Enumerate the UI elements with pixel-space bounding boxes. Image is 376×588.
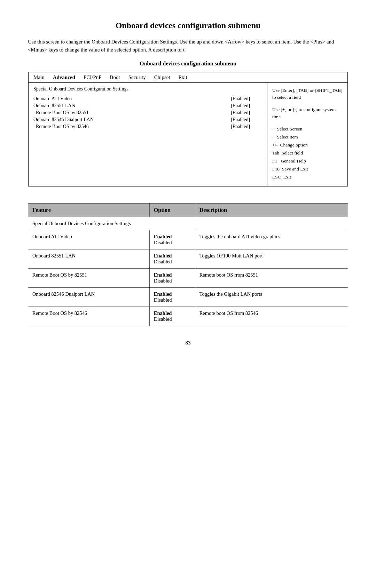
option-ati-video: Enabled Disabled — [149, 230, 195, 249]
page-title: Onboard devices configuration submenu — [28, 21, 348, 30]
table-section-header: Special Onboard Devices Configuration Se… — [28, 217, 348, 230]
feature-table: Feature Option Description Special Onboa… — [28, 203, 348, 326]
feature-82551-lan: Onboard 82551 LAN — [28, 249, 150, 268]
bios-key-esc: ESC Exit — [272, 174, 343, 181]
bios-key-select-screen: ·· Select Screen — [272, 126, 343, 133]
menu-item-main[interactable]: Main — [33, 74, 45, 80]
table-row: Remote Boot OS by 82551 Enabled Disabled… — [28, 268, 348, 287]
option-remote-82551-enabled: Enabled — [154, 272, 172, 278]
bios-left-panel: Special Onboard Devices Configuration Se… — [29, 83, 267, 186]
bios-value-1: [Enabled] — [231, 96, 262, 102]
table-row: Onboard 82546 Dualport LAN Enabled Disab… — [28, 287, 348, 307]
option-82551-disabled: Disabled — [154, 259, 172, 264]
table-row: Onboard ATI Video Enabled Disabled Toggl… — [28, 230, 348, 249]
bios-label-5: Remote Boot OS by 82546 — [33, 124, 231, 129]
menu-item-exit[interactable]: Exit — [179, 74, 187, 80]
option-ati-disabled: Disabled — [154, 240, 172, 245]
menu-item-security[interactable]: Security — [128, 74, 146, 80]
bios-row-4: Onboard 82546 Dualport LAN [Enabled] — [33, 117, 262, 122]
page-number: 83 — [28, 340, 348, 346]
desc-remote-boot-82546: Remote boot OS from 82546 — [195, 307, 348, 326]
bios-body: Special Onboard Devices Configuration Se… — [29, 83, 347, 186]
option-82551-enabled: Enabled — [154, 253, 172, 259]
bios-menu-bar: Main Advanced PCI/PnP Boot Security Chip… — [29, 72, 347, 83]
bios-value-5: [Enabled] — [231, 124, 262, 129]
option-82551-lan: Enabled Disabled — [149, 249, 195, 268]
bios-row-3: Remote Boot OS by 82551 [Enabled] — [33, 110, 262, 116]
desc-ati-video: Toggles the onboard ATI video graphics — [195, 230, 348, 249]
bios-help-2: Use [+] or [-] to configure system time. — [272, 106, 343, 121]
bios-key-select-item: ·· Select item — [272, 134, 343, 141]
bios-key-change-option: +/- Change option — [272, 142, 343, 149]
menu-item-advanced[interactable]: Advanced — [53, 74, 75, 80]
option-remote-boot-82551: Enabled Disabled — [149, 268, 195, 287]
bios-key-tab: Tab Select field — [272, 150, 343, 157]
bios-label-1: Onboard ATI Video — [33, 96, 231, 102]
table-row: Onboard 82551 LAN Enabled Disabled Toggl… — [28, 249, 348, 268]
option-82546-enabled: Enabled — [154, 291, 172, 297]
bios-help-1: Use [Enter], [TAB] or [SHIFT_TAB] to sel… — [272, 87, 343, 102]
intro-text: Use this screen to changer the Onboard D… — [28, 38, 348, 54]
bios-row-2: Onboard 82551 LAN [Enabled] — [33, 103, 262, 109]
menu-item-boot[interactable]: Boot — [110, 74, 120, 80]
col-header-description: Description — [195, 203, 348, 217]
option-remote-82546-disabled: Disabled — [154, 316, 172, 322]
bios-key-f1: F1 General Help — [272, 158, 343, 165]
option-remote-82551-disabled: Disabled — [154, 278, 172, 284]
submenu-subtitle: Onboard devices configuration submenu — [28, 61, 348, 67]
col-header-option: Option — [149, 203, 195, 217]
desc-82546-lan: Toggles the Gigabit LAN ports — [195, 287, 348, 307]
bios-key-f10: F10 Save and Exit — [272, 166, 343, 173]
option-ati-enabled: Enabled — [154, 234, 172, 239]
bios-label-2: Onboard 82551 LAN — [33, 103, 231, 109]
bios-value-2: [Enabled] — [231, 103, 262, 109]
bios-right-panel: Use [Enter], [TAB] or [SHIFT_TAB] to sel… — [267, 83, 347, 186]
menu-item-chipset[interactable]: Chipset — [154, 74, 170, 80]
bios-row-5: Remote Boot OS by 82546 [Enabled] — [33, 124, 262, 129]
option-82546-lan: Enabled Disabled — [149, 287, 195, 307]
option-remote-82546-enabled: Enabled — [154, 310, 172, 316]
table-span-row: Special Onboard Devices Configuration Se… — [28, 217, 348, 230]
option-remote-boot-82546: Enabled Disabled — [149, 307, 195, 326]
bios-value-3: [Enabled] — [231, 110, 262, 116]
option-82546-disabled: Disabled — [154, 297, 172, 303]
menu-item-pci[interactable]: PCI/PnP — [84, 74, 102, 80]
desc-remote-boot-82551: Remote boot OS from 82551 — [195, 268, 348, 287]
feature-remote-boot-82546: Remote Boot OS by 82546 — [28, 307, 150, 326]
col-header-feature: Feature — [28, 203, 150, 217]
feature-82546-lan: Onboard 82546 Dualport LAN — [28, 287, 150, 307]
desc-82551-lan: Toggles 10/100 Mbit LAN port — [195, 249, 348, 268]
bios-label-4: Onboard 82546 Dualport LAN — [33, 117, 231, 122]
bios-value-4: [Enabled] — [231, 117, 262, 122]
bios-screen: Main Advanced PCI/PnP Boot Security Chip… — [28, 72, 348, 186]
bios-label-3: Remote Boot OS by 82551 — [33, 110, 231, 116]
feature-remote-boot-82551: Remote Boot OS by 82551 — [28, 268, 150, 287]
bios-row-1: Onboard ATI Video [Enabled] — [33, 96, 262, 102]
bios-section-header: Special Onboard Devices Configuration Se… — [33, 86, 262, 92]
feature-ati-video: Onboard ATI Video — [28, 230, 150, 249]
table-row: Remote Boot OS by 82546 Enabled Disabled… — [28, 307, 348, 326]
